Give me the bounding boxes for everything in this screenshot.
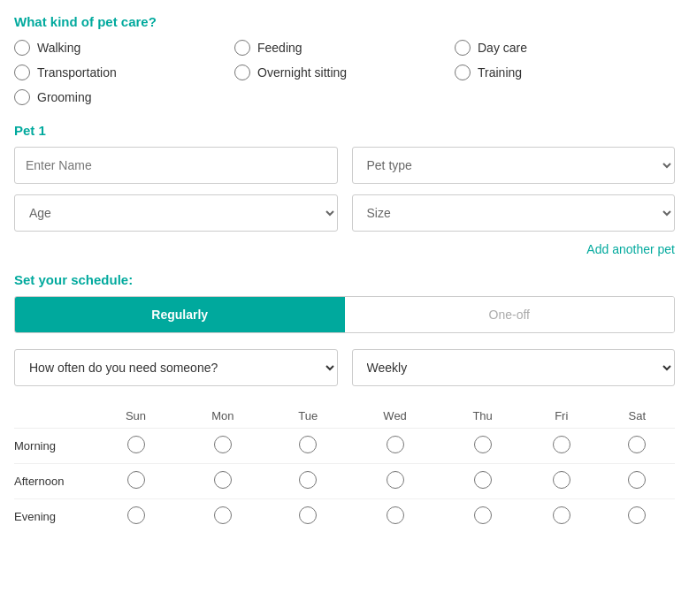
- time-morning-label: Morning: [14, 429, 94, 464]
- col-header-sun: Sun: [94, 404, 178, 429]
- pet-age-size-row: Age 0-1 years 1-3 years 3-7 years 7+ yea…: [14, 194, 675, 232]
- radio-overnight[interactable]: [234, 65, 250, 80]
- radio-walking[interactable]: [14, 40, 30, 56]
- schedule-grid-empty-header: [14, 404, 94, 429]
- pet-section: Pet 1 Pet type Dog Cat Bird Rabbit Other…: [14, 123, 675, 256]
- morning-mon[interactable]: [178, 429, 268, 464]
- care-option-daycare[interactable]: Day care: [455, 40, 675, 56]
- morning-fri[interactable]: [524, 429, 599, 464]
- pet-type-select[interactable]: Pet type Dog Cat Bird Rabbit Other: [352, 147, 676, 184]
- schedule-grid: Sun Mon Tue Wed Thu Fri Sat Morning: [14, 404, 675, 534]
- radio-feeding[interactable]: [234, 40, 250, 56]
- care-question-title: What kind of pet care?: [14, 14, 675, 29]
- pet-name-type-row: Pet type Dog Cat Bird Rabbit Other: [14, 147, 675, 184]
- morning-tue[interactable]: [268, 429, 348, 464]
- evening-wed[interactable]: [348, 499, 441, 535]
- evening-thu[interactable]: [441, 499, 524, 535]
- care-option-overnight[interactable]: Overnight sitting: [234, 65, 455, 80]
- col-header-thu: Thu: [441, 404, 524, 429]
- evening-fri[interactable]: [524, 499, 599, 535]
- pet-section-title: Pet 1: [14, 123, 675, 138]
- table-row: Afternoon: [14, 464, 675, 499]
- afternoon-thu[interactable]: [441, 464, 524, 499]
- frequency-period-select[interactable]: Weekly Daily Monthly: [352, 349, 676, 386]
- col-header-sat: Sat: [599, 404, 675, 429]
- morning-wed[interactable]: [348, 429, 441, 464]
- care-option-transportation[interactable]: Transportation: [14, 65, 234, 80]
- afternoon-mon[interactable]: [178, 464, 268, 499]
- afternoon-fri[interactable]: [524, 464, 599, 499]
- evening-tue[interactable]: [268, 499, 348, 535]
- pet-size-select[interactable]: Size Small Medium Large: [352, 194, 676, 232]
- schedule-title: Set your schedule:: [14, 272, 675, 287]
- radio-daycare[interactable]: [455, 40, 471, 56]
- table-row: Morning: [14, 429, 675, 464]
- toggle-oneoff-button[interactable]: One-off: [345, 297, 675, 332]
- frequency-select[interactable]: How often do you need someone? Daily Wee…: [14, 349, 338, 386]
- col-header-tue: Tue: [268, 404, 348, 429]
- care-option-walking[interactable]: Walking: [14, 40, 234, 56]
- afternoon-sat[interactable]: [599, 464, 675, 499]
- frequency-row: How often do you need someone? Daily Wee…: [14, 349, 675, 386]
- care-option-training[interactable]: Training: [455, 65, 675, 80]
- morning-thu[interactable]: [441, 429, 524, 464]
- time-afternoon-label: Afternoon: [14, 464, 94, 499]
- pet-age-select[interactable]: Age 0-1 years 1-3 years 3-7 years 7+ yea…: [14, 194, 338, 232]
- radio-training[interactable]: [455, 65, 471, 80]
- afternoon-wed[interactable]: [348, 464, 441, 499]
- morning-sun[interactable]: [94, 429, 178, 464]
- afternoon-tue[interactable]: [268, 464, 348, 499]
- care-question-section: What kind of pet care? Walking Feeding D…: [14, 14, 675, 105]
- care-option-feeding[interactable]: Feeding: [234, 40, 455, 56]
- evening-sat[interactable]: [599, 499, 675, 535]
- morning-sat[interactable]: [599, 429, 675, 464]
- col-header-fri: Fri: [524, 404, 599, 429]
- time-evening-label: Evening: [14, 499, 94, 535]
- col-header-wed: Wed: [348, 404, 441, 429]
- schedule-section: Set your schedule: Regularly One-off How…: [14, 272, 675, 534]
- care-option-grooming[interactable]: Grooming: [14, 89, 234, 105]
- radio-transportation[interactable]: [14, 65, 30, 80]
- add-pet-link[interactable]: Add another pet: [14, 242, 675, 256]
- table-row: Evening: [14, 499, 675, 535]
- toggle-regularly-button[interactable]: Regularly: [15, 297, 345, 332]
- evening-sun[interactable]: [94, 499, 178, 535]
- pet-name-input[interactable]: [14, 147, 338, 184]
- radio-grooming[interactable]: [14, 89, 30, 105]
- schedule-toggle: Regularly One-off: [14, 296, 675, 333]
- afternoon-sun[interactable]: [94, 464, 178, 499]
- col-header-mon: Mon: [178, 404, 268, 429]
- care-options-grid: Walking Feeding Day care Transportation …: [14, 40, 675, 105]
- evening-mon[interactable]: [178, 499, 268, 535]
